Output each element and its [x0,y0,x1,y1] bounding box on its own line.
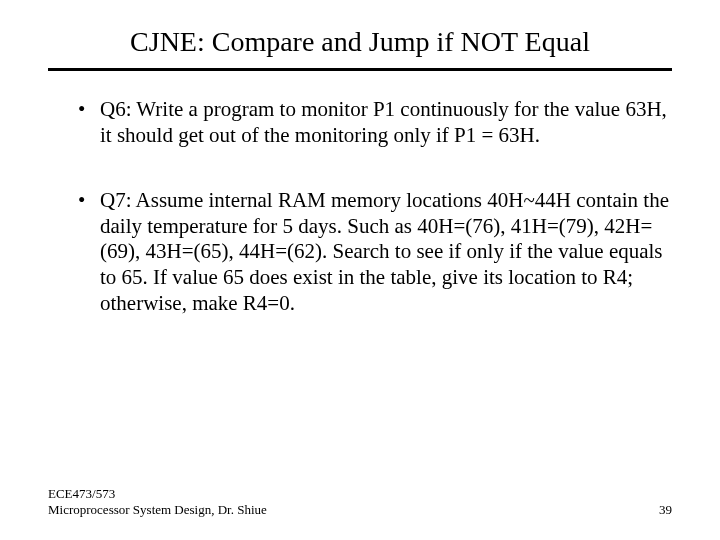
footer-course: ECE473/573 [48,486,267,502]
list-item: Q7: Assume internal RAM memory locations… [78,188,672,316]
footer-subtitle: Microprocessor System Design, Dr. Shiue [48,502,267,518]
footer: ECE473/573 Microprocessor System Design,… [48,486,672,519]
footer-left: ECE473/573 Microprocessor System Design,… [48,486,267,519]
bullet-list: Q6: Write a program to monitor P1 contin… [48,97,672,316]
list-item: Q6: Write a program to monitor P1 contin… [78,97,672,148]
slide: CJNE: Compare and Jump if NOT Equal Q6: … [0,0,720,540]
title-underline [48,68,672,71]
page-number: 39 [659,502,672,518]
slide-title: CJNE: Compare and Jump if NOT Equal [48,26,672,58]
